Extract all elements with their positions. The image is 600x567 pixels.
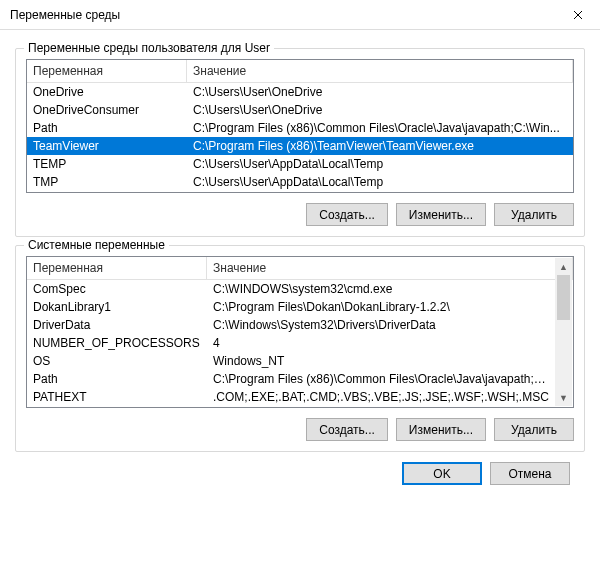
table-row[interactable]: PATHEXT.COM;.EXE;.BAT;.CMD;.VBS;.VBE;.JS…: [27, 388, 556, 406]
cell-value: C:\Windows\System32\Drivers\DriverData: [207, 318, 556, 332]
scroll-thumb[interactable]: [557, 275, 570, 320]
cell-variable: TEMP: [27, 157, 187, 171]
cell-value: .COM;.EXE;.BAT;.CMD;.VBS;.VBE;.JS;.JSE;.…: [207, 390, 556, 404]
user-list-rows: OneDriveC:\Users\User\OneDriveOneDriveCo…: [27, 83, 573, 191]
titlebar: Переменные среды: [0, 0, 600, 30]
system-variables-group: Системные переменные Переменная Значение…: [15, 245, 585, 452]
system-edit-button[interactable]: Изменить...: [396, 418, 486, 441]
table-row[interactable]: ComSpecC:\WINDOWS\system32\cmd.exe: [27, 280, 556, 298]
scroll-up-icon[interactable]: ▲: [555, 258, 572, 275]
table-row[interactable]: DriverDataC:\Windows\System32\Drivers\Dr…: [27, 316, 556, 334]
close-button[interactable]: [555, 0, 600, 29]
user-button-row: Создать... Изменить... Удалить: [26, 203, 574, 226]
close-icon: [573, 10, 583, 20]
table-row[interactable]: OSWindows_NT: [27, 352, 556, 370]
user-variables-list[interactable]: Переменная Значение OneDriveC:\Users\Use…: [26, 59, 574, 193]
dialog-footer: OK Отмена: [15, 452, 585, 485]
system-button-row: Создать... Изменить... Удалить: [26, 418, 574, 441]
dialog-body: Переменные среды пользователя для User П…: [0, 30, 600, 497]
cell-variable: DriverData: [27, 318, 207, 332]
cell-value: 4: [207, 336, 556, 350]
cell-variable: OneDriveConsumer: [27, 103, 187, 117]
cell-variable: Path: [27, 121, 187, 135]
system-scrollbar[interactable]: ▲ ▼: [555, 258, 572, 406]
table-row[interactable]: NUMBER_OF_PROCESSORS4: [27, 334, 556, 352]
cell-value: C:\WINDOWS\system32\cmd.exe: [207, 282, 556, 296]
system-list-header: Переменная Значение: [27, 257, 573, 280]
cell-value: C:\Program Files (x86)\TeamViewer\TeamVi…: [187, 139, 573, 153]
cell-value: C:\Users\User\OneDrive: [187, 85, 573, 99]
cell-value: C:\Program Files (x86)\Common Files\Orac…: [187, 121, 573, 135]
system-group-label: Системные переменные: [24, 238, 169, 252]
system-list-rows: ComSpecC:\WINDOWS\system32\cmd.exeDokanL…: [27, 280, 573, 406]
table-row[interactable]: DokanLibrary1C:\Program Files\Dokan\Doka…: [27, 298, 556, 316]
cell-variable: Path: [27, 372, 207, 386]
cell-variable: OS: [27, 354, 207, 368]
window-title: Переменные среды: [10, 8, 120, 22]
ok-button[interactable]: OK: [402, 462, 482, 485]
user-group-label: Переменные среды пользователя для User: [24, 41, 274, 55]
user-delete-button[interactable]: Удалить: [494, 203, 574, 226]
user-variables-group: Переменные среды пользователя для User П…: [15, 48, 585, 237]
cell-value: C:\Program Files (x86)\Common Files\Orac…: [207, 372, 556, 386]
cell-value: C:\Users\User\AppData\Local\Temp: [187, 157, 573, 171]
user-list-header: Переменная Значение: [27, 60, 573, 83]
user-create-button[interactable]: Создать...: [306, 203, 388, 226]
cell-value: C:\Users\User\OneDrive: [187, 103, 573, 117]
system-delete-button[interactable]: Удалить: [494, 418, 574, 441]
table-row[interactable]: TMPC:\Users\User\AppData\Local\Temp: [27, 173, 573, 191]
cell-value: Windows_NT: [207, 354, 556, 368]
cell-variable: TeamViewer: [27, 139, 187, 153]
cell-variable: ComSpec: [27, 282, 207, 296]
system-variables-list[interactable]: Переменная Значение ComSpecC:\WINDOWS\sy…: [26, 256, 574, 408]
cancel-button[interactable]: Отмена: [490, 462, 570, 485]
system-create-button[interactable]: Создать...: [306, 418, 388, 441]
system-col-value[interactable]: Значение: [207, 257, 573, 279]
cell-variable: DokanLibrary1: [27, 300, 207, 314]
user-col-value[interactable]: Значение: [187, 60, 573, 82]
system-col-variable[interactable]: Переменная: [27, 257, 207, 279]
table-row[interactable]: PathC:\Program Files (x86)\Common Files\…: [27, 119, 573, 137]
scroll-down-icon[interactable]: ▼: [555, 389, 572, 406]
cell-variable: PATHEXT: [27, 390, 207, 404]
user-edit-button[interactable]: Изменить...: [396, 203, 486, 226]
user-col-variable[interactable]: Переменная: [27, 60, 187, 82]
table-row[interactable]: TeamViewerC:\Program Files (x86)\TeamVie…: [27, 137, 573, 155]
cell-value: C:\Users\User\AppData\Local\Temp: [187, 175, 573, 189]
cell-value: C:\Program Files\Dokan\DokanLibrary-1.2.…: [207, 300, 556, 314]
table-row[interactable]: TEMPC:\Users\User\AppData\Local\Temp: [27, 155, 573, 173]
table-row[interactable]: OneDriveC:\Users\User\OneDrive: [27, 83, 573, 101]
cell-variable: OneDrive: [27, 85, 187, 99]
cell-variable: NUMBER_OF_PROCESSORS: [27, 336, 207, 350]
table-row[interactable]: PathC:\Program Files (x86)\Common Files\…: [27, 370, 556, 388]
cell-variable: TMP: [27, 175, 187, 189]
table-row[interactable]: OneDriveConsumerC:\Users\User\OneDrive: [27, 101, 573, 119]
